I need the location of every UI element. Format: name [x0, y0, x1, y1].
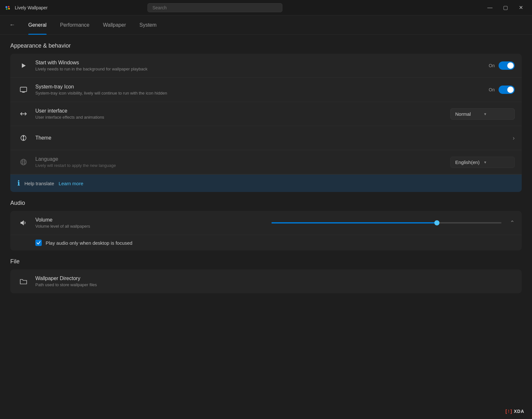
app-logo — [4, 4, 12, 12]
user-interface-dropdown[interactable]: Normal ▾ — [450, 108, 515, 120]
system-tray-toggle-wrap: On — [489, 86, 515, 94]
wallpaper-directory-text: Wallpaper Directory Path used to store w… — [35, 276, 515, 287]
window-controls: — ▢ ✕ — [483, 3, 528, 13]
tab-system[interactable]: System — [134, 15, 162, 35]
language-desc: Lively will restart to apply the new lan… — [35, 163, 450, 168]
svg-point-4 — [6, 8, 8, 10]
folder-icon — [17, 275, 30, 287]
svg-rect-7 — [22, 92, 25, 93]
svg-point-0 — [4, 4, 11, 11]
theme-row[interactable]: Theme › — [10, 126, 522, 150]
app-title: Lively Wallpaper — [15, 5, 48, 10]
help-translate-text: Help translate — [24, 181, 54, 186]
close-button[interactable]: ✕ — [513, 3, 528, 13]
theme-text: Theme — [35, 135, 513, 141]
volume-label: Volume — [35, 217, 266, 223]
wallpaper-directory-row: Wallpaper Directory Path used to store w… — [10, 269, 522, 293]
system-tray-text: System-tray Icon System-tray icon visibi… — [35, 84, 489, 96]
language-dropdown-chevron-icon: ▾ — [484, 160, 510, 165]
system-tray-toggle-label: On — [489, 87, 495, 92]
maximize-button[interactable]: ▢ — [498, 3, 513, 13]
volume-text: Volume Volume level of all wallpapers — [35, 217, 266, 229]
user-interface-row: User interface User interface effects an… — [10, 102, 522, 126]
play-audio-checkbox[interactable] — [35, 240, 42, 246]
svg-point-1 — [5, 6, 7, 8]
system-tray-row: System-tray Icon System-tray icon visibi… — [10, 78, 522, 102]
language-label: Language — [35, 156, 450, 162]
tray-icon — [17, 84, 30, 96]
tab-general[interactable]: General — [22, 15, 52, 35]
play-icon — [17, 59, 30, 72]
wallpaper-directory-label: Wallpaper Directory — [35, 276, 515, 281]
theme-label: Theme — [35, 135, 513, 141]
user-interface-label: User interface — [35, 108, 450, 114]
volume-icon — [17, 217, 30, 229]
volume-slider-wrap — [271, 222, 502, 223]
audio-section-title: Audio — [10, 200, 522, 206]
file-card-group: Wallpaper Directory Path used to store w… — [10, 269, 522, 293]
svg-point-2 — [8, 6, 10, 7]
start-with-windows-toggle-wrap: On — [489, 61, 515, 70]
user-interface-text: User interface User interface effects an… — [35, 108, 450, 120]
wallpaper-directory-desc: Path used to store wallpaper files — [35, 282, 515, 287]
dropdown-chevron-icon: ▾ — [484, 112, 510, 116]
language-row: Language Lively will restart to apply th… — [10, 150, 522, 174]
learn-more-link[interactable]: Learn more — [59, 181, 84, 186]
volume-row: Volume Volume level of all wallpapers ⌃ — [10, 211, 522, 235]
arrows-icon — [17, 108, 30, 120]
system-tray-label: System-tray Icon — [35, 84, 489, 90]
svg-marker-5 — [22, 63, 26, 68]
content-area: Appearance & behavior Start with Windows… — [0, 35, 532, 419]
tab-wallpaper[interactable]: Wallpaper — [97, 15, 132, 35]
svg-point-3 — [8, 8, 10, 9]
back-button[interactable]: ← — [6, 19, 18, 31]
minimize-button[interactable]: — — [483, 3, 497, 13]
system-tray-toggle[interactable] — [499, 86, 515, 94]
volume-slider-thumb[interactable] — [434, 220, 439, 225]
svg-rect-6 — [20, 87, 27, 92]
svg-point-10 — [21, 159, 26, 165]
appearance-section-title: Appearance & behavior — [10, 42, 522, 49]
nav-bar: ← General Performance Wallpaper System — [0, 15, 532, 35]
start-with-windows-row: Start with Windows Lively needs to run i… — [10, 54, 522, 78]
audio-card-group: Volume Volume level of all wallpapers ⌃ … — [10, 211, 522, 250]
start-with-windows-label: Start with Windows — [35, 60, 489, 66]
appearance-card-group: Start with Windows Lively needs to run i… — [10, 54, 522, 192]
play-audio-checkbox-row: Play audio only when desktop is focused — [10, 235, 522, 250]
info-icon: ℹ — [17, 179, 20, 187]
svg-point-11 — [22, 159, 25, 165]
language-text: Language Lively will restart to apply th… — [35, 156, 450, 168]
volume-slider-track[interactable] — [271, 222, 502, 223]
start-with-windows-text: Start with Windows Lively needs to run i… — [35, 60, 489, 71]
start-with-windows-toggle-label: On — [489, 63, 495, 68]
help-translate-banner: ℹ Help translate Learn more — [10, 174, 522, 192]
volume-desc: Volume level of all wallpapers — [35, 224, 266, 229]
translate-icon — [17, 156, 30, 168]
tab-performance[interactable]: Performance — [54, 15, 95, 35]
system-tray-desc: System-tray icon visibility, lively will… — [35, 91, 489, 96]
theme-chevron-right-icon: › — [513, 135, 515, 141]
svg-marker-14 — [21, 220, 24, 225]
volume-collapse-icon[interactable]: ⌃ — [510, 219, 515, 226]
user-interface-desc: User interface effects and animations — [35, 115, 450, 120]
xda-logo: [ ! ] XDA — [505, 409, 524, 414]
play-audio-label: Play audio only when desktop is focused — [46, 240, 132, 246]
titlebar: Lively Wallpaper — ▢ ✕ — [0, 0, 532, 15]
start-with-windows-desc: Lively needs to run in the background fo… — [35, 67, 489, 71]
file-section-title: File — [10, 258, 522, 265]
volume-slider-fill — [271, 222, 437, 223]
theme-icon — [17, 132, 30, 144]
search-input[interactable] — [147, 3, 282, 12]
language-dropdown[interactable]: English(en) ▾ — [450, 157, 515, 168]
start-with-windows-toggle[interactable] — [499, 61, 515, 70]
